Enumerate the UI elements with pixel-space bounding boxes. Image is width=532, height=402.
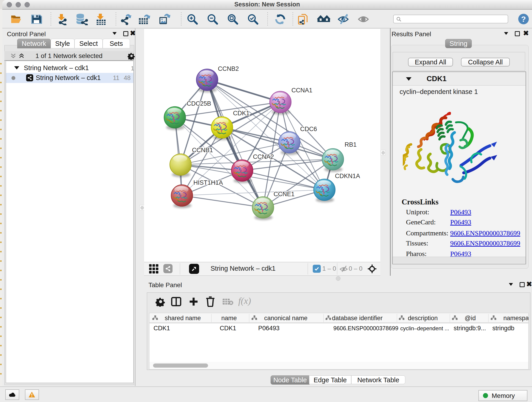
svg-text:CCNA1: CCNA1 bbox=[291, 87, 312, 94]
svg-text:CCNB2: CCNB2 bbox=[218, 65, 239, 72]
svg-text:CCNE1: CCNE1 bbox=[273, 191, 295, 198]
svg-text:CCNB1: CCNB1 bbox=[192, 147, 213, 153]
svg-text:CCNA2: CCNA2 bbox=[253, 153, 274, 160]
svg-text:RB1: RB1 bbox=[345, 141, 357, 148]
svg-text:CDC6: CDC6 bbox=[300, 126, 317, 133]
svg-text:CDKN1A: CDKN1A bbox=[335, 172, 360, 179]
svg-text:HIST1H1A: HIST1H1A bbox=[193, 179, 223, 186]
svg-text:CDC25B: CDC25B bbox=[187, 100, 211, 107]
svg-text:CDK1: CDK1 bbox=[233, 110, 249, 117]
